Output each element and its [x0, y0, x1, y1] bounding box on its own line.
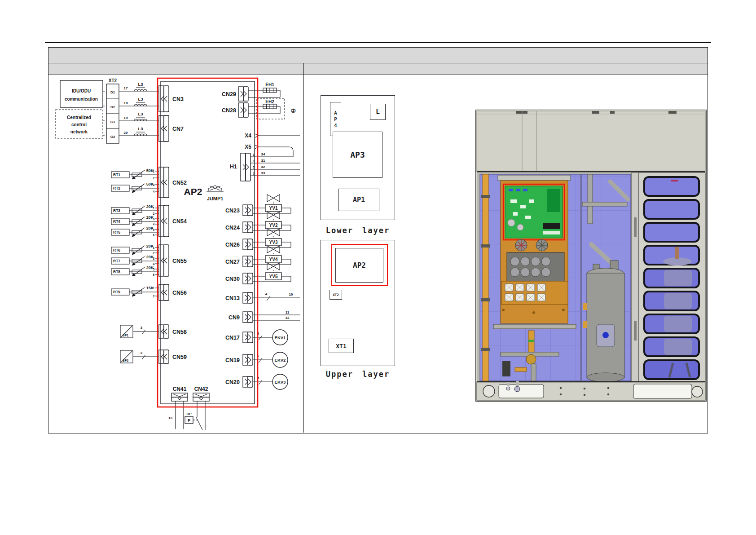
table-subheader-row	[48, 63, 708, 75]
ap1-box: AP1	[338, 189, 379, 211]
rt7-label: RT7	[113, 259, 120, 263]
ap4-letter-a: A	[334, 110, 337, 116]
lower-layer-caption: Lower layer	[313, 226, 403, 235]
rt4-value: 20K	[146, 215, 154, 220]
cn55-group: 1 2 3 4 5 6 CN55 RT6 20K RT7 20K RT8 20K	[111, 244, 187, 276]
coil-louver-section	[639, 172, 705, 382]
sp2-wire-count: 3	[141, 351, 143, 355]
cn54-pin4: 4	[153, 223, 154, 226]
hp-switch-label: HP	[186, 412, 192, 416]
yv5-label: YV5	[269, 274, 278, 279]
rt6-value: 20K	[146, 244, 154, 248]
terminal-d2: D2	[110, 105, 115, 109]
cn19-ekv2-group: CN19 6 EKV2	[225, 352, 288, 367]
wire-num-17: 17	[124, 86, 128, 90]
idu-box-line1: IDU/ODU	[72, 88, 91, 93]
ap4-letter-p: P	[334, 116, 337, 122]
cn55-pin4: 4	[153, 262, 154, 265]
sp2-cn59-group: CN59 SP2 3	[120, 350, 187, 363]
xt2-layout-box: XT2	[330, 290, 342, 300]
cn24-label: CN24	[225, 225, 240, 231]
cn28-label: CN28	[222, 107, 236, 114]
terminal-g2: G2	[110, 135, 115, 139]
ekv2-label: EKV2	[275, 358, 286, 363]
cn29-label: CN29	[222, 91, 236, 97]
cn27-label: CN27	[225, 259, 240, 265]
control-box-assembly	[498, 175, 571, 323]
h1-pin1: 1	[253, 153, 255, 156]
cn9-label: CN9	[229, 314, 240, 321]
h1-pin7: 7	[253, 172, 255, 175]
cn58-label: CN58	[172, 329, 187, 335]
cn7-label: CN7	[172, 126, 184, 132]
ap2-layout-box: AP2	[335, 248, 383, 283]
inverter-module	[507, 252, 564, 281]
rt2-label: RT2	[113, 186, 120, 190]
cn42-label: CN42	[194, 386, 208, 392]
cn41-label: CN41	[173, 386, 187, 392]
top-panel	[477, 111, 705, 172]
jump1-jumper: JUMP1	[207, 186, 224, 201]
sp1-label: SP1	[123, 334, 128, 337]
cn30-label: CN30	[225, 276, 240, 282]
cn17-ekv1-group: CN17 5 EKV1	[225, 330, 288, 345]
inductor-l3-2: L3	[138, 97, 143, 102]
terminal-d1: D1	[110, 90, 115, 94]
ekv3-label: EKV3	[275, 380, 286, 385]
rt5-label: RT5	[113, 230, 120, 234]
base-cutout-right	[633, 384, 692, 398]
cn54-label: CN54	[172, 218, 187, 225]
cn54-group: 1 2 3 4 5 6 CN54 RT3 20K RT4 20K RT5 20K	[111, 204, 187, 237]
cn52-pin2: 2	[153, 177, 154, 180]
rt7-value: 20K	[146, 255, 154, 259]
cn52-label: CN52	[172, 180, 187, 186]
rt4-label: RT4	[113, 219, 120, 224]
divider-mullion	[632, 172, 639, 382]
table-title-row	[48, 48, 708, 63]
rt9-label: RT9	[113, 290, 120, 294]
ap2-main-board	[505, 186, 563, 238]
cn13-group: CN13 4 10	[225, 292, 300, 303]
subheader-cell-wiring	[48, 63, 303, 75]
cn28-eh2-group: CN28 EH2 ②	[222, 98, 296, 119]
unit-photo	[475, 110, 707, 402]
cn29-eh1-group: CN29 EH1	[222, 82, 280, 101]
rt5-value: 20K	[146, 226, 154, 230]
central-box-line3: network	[70, 129, 88, 134]
h1-wire-33: 33	[261, 171, 265, 175]
h1-group: H1 1 3 5 7 34 31 32 33	[230, 152, 300, 181]
wire-num-13: 13	[168, 416, 172, 420]
cn52-group: 1 2 3 4 CN52 RT1 50K RT2 50K	[111, 167, 187, 198]
yv2-label: YV2	[269, 223, 278, 228]
rt8-value: 20K	[146, 265, 154, 270]
eh2-note-circled2: ②	[290, 108, 295, 114]
cn13-wire-num: 10	[289, 292, 293, 296]
external-comm-section: XT2 D1 D2 G1 G2 IDU/ODU communication Ce…	[56, 78, 184, 143]
x5-label: X5	[245, 144, 251, 150]
subheader-cell-photo	[464, 63, 708, 75]
cn7-connector: CN7	[159, 115, 184, 141]
rt3-label: RT3	[113, 208, 120, 213]
rt3-value: 20K	[146, 204, 154, 209]
comm-wires: 17 18 19 20 L3 L3 L3 L3	[119, 82, 159, 136]
ekv1-label: EKV1	[275, 335, 286, 340]
cn9-wire-11: 11	[286, 310, 290, 314]
rt8-label: RT8	[113, 270, 120, 274]
ap4-box: A P 4	[330, 102, 341, 136]
cn55-pin2: 2	[153, 252, 154, 255]
cn26-label: CN26	[225, 242, 240, 248]
inductor-l3-1: L3	[138, 82, 143, 87]
page-top-rule	[45, 42, 711, 43]
rt1-value: 50K	[146, 168, 154, 173]
upper-layer-caption: Upper layer	[313, 370, 403, 379]
xt1-layout-box: XT1	[329, 339, 354, 353]
cn52-pin4: 4	[153, 190, 154, 193]
cn20-label: CN20	[225, 379, 240, 385]
cn13-slash-num: 4	[265, 292, 268, 296]
base-cutout-left	[499, 385, 544, 398]
content-table: XT2 D1 D2 G1 G2 IDU/ODU communication Ce…	[48, 47, 708, 433]
forklift-hole-left	[483, 385, 495, 397]
yv4-label: YV4	[269, 257, 278, 262]
idu-box-line2: communication	[65, 97, 98, 102]
h1-pin5: 5	[253, 166, 255, 169]
